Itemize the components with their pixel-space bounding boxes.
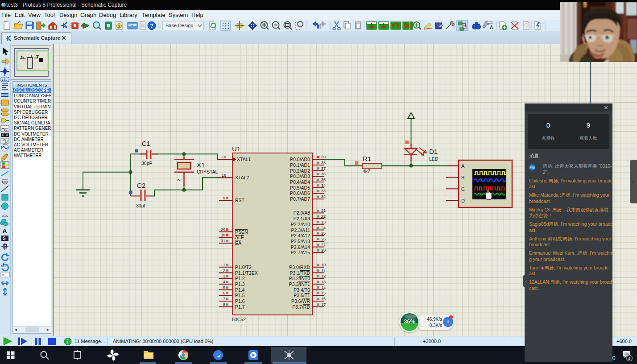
svg-text:4: 4: [628, 356, 630, 361]
svg-text:S: S: [3, 236, 6, 241]
svg-text:A: A: [490, 25, 493, 30]
svg-text:?: ?: [150, 23, 153, 29]
svg-text:01+: 01+: [129, 24, 133, 27]
svg-text:A: A: [2, 227, 7, 235]
svg-text:0: 0: [2, 273, 4, 277]
svg-text:0: 0: [612, 355, 616, 361]
svg-text:$: $: [118, 24, 120, 29]
svg-text:Base Design: Base Design: [165, 23, 193, 28]
svg-text:LBL: LBL: [2, 78, 8, 81]
